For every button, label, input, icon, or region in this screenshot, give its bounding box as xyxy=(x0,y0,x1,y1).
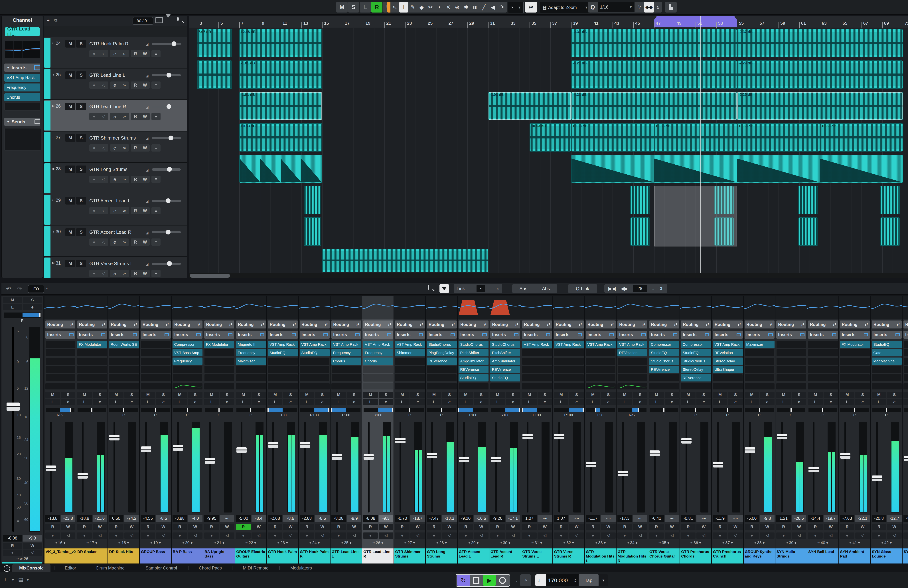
peak-value[interactable]: -74.2 xyxy=(124,515,139,522)
peak-value[interactable]: -9.3 xyxy=(23,535,42,541)
fader-handle[interactable] xyxy=(332,454,342,460)
audio-event[interactable]: 10.53 dB xyxy=(654,123,737,151)
insert-slot-empty[interactable] xyxy=(776,366,806,373)
listen-button[interactable]: L xyxy=(363,399,378,405)
automation-read-button[interactable]: R xyxy=(903,524,908,530)
eq-curve-preview[interactable] xyxy=(649,383,679,389)
insert-slot[interactable]: Chorus xyxy=(363,358,393,365)
insert-slot-empty[interactable] xyxy=(586,358,616,365)
track-solo-button[interactable]: S xyxy=(76,165,86,173)
edit-channel-button[interactable]: e xyxy=(601,399,616,405)
height-spinner-icon[interactable]: ⇕ xyxy=(659,286,663,291)
automation-write-button[interactable]: W xyxy=(140,176,150,183)
mixer-channel-gtr-hook-palm-r[interactable]: Routing⇄InsertsVST Amp RackStudioEQMSLeR… xyxy=(299,296,330,564)
fader-value[interactable]: -5.00 xyxy=(745,515,759,522)
peak-value[interactable]: -13.3 xyxy=(442,515,457,522)
insert-slot[interactable]: PitchShifter xyxy=(490,349,520,357)
shuttle-button[interactable]: ◔ xyxy=(520,574,531,586)
fader-handle[interactable] xyxy=(491,456,501,462)
h-scroll-thumb[interactable] xyxy=(190,274,230,278)
insert-slot[interactable]: FX Modulator xyxy=(77,341,107,348)
eq-curve-preview[interactable] xyxy=(204,383,234,389)
insert-slot[interactable]: Frequency xyxy=(332,349,361,357)
listen-button[interactable]: L xyxy=(427,399,441,405)
eq-curve-preview[interactable] xyxy=(522,383,552,389)
record-enable-icon[interactable]: ● xyxy=(490,532,505,539)
routing-rack-header[interactable]: Routing⇄ xyxy=(840,320,870,328)
tab-chord-pads[interactable]: Chord Pads xyxy=(190,564,230,572)
record-enable-icon[interactable]: ● xyxy=(89,82,99,89)
routing-rack-header[interactable]: Routing⇄ xyxy=(522,320,552,328)
pan-control[interactable] xyxy=(777,408,805,412)
tab-channel[interactable]: Channel xyxy=(2,18,43,23)
insert-slot[interactable]: REVerence xyxy=(649,366,679,373)
audiowarp-quantize-button[interactable]: ◆◆ xyxy=(644,2,654,13)
track-volume[interactable]: ◢ xyxy=(146,135,185,141)
fader-value[interactable]: 1.07 xyxy=(522,515,537,522)
insert-slot[interactable]: StudioEQ xyxy=(299,349,330,357)
inserts-rack-header[interactable]: Inserts xyxy=(141,331,171,339)
automation-write-button[interactable]: W xyxy=(61,524,76,530)
peak-value[interactable]: -22.1 xyxy=(855,515,870,522)
record-enable-icon[interactable]: ● xyxy=(713,532,727,539)
track-mute-button[interactable]: M xyxy=(65,71,75,79)
insert-slot[interactable]: FX Modulator xyxy=(204,341,234,348)
insert-slot-empty[interactable] xyxy=(522,358,552,365)
listen-button[interactable]: L xyxy=(840,399,855,405)
chevron-down-icon[interactable]: ▾ xyxy=(12,578,14,582)
solo-button[interactable]: S xyxy=(156,392,171,398)
fader-value[interactable]: -7.47 xyxy=(427,515,441,522)
mute-button[interactable]: M xyxy=(554,392,568,398)
insert-slot-empty[interactable] xyxy=(109,358,139,365)
insert-slot-empty[interactable] xyxy=(395,374,425,381)
mixer-channel-syn-bell-lead[interactable]: Routing⇄InsertsMSLeC-14.4-19.7RW●◁≈ 40 ▾… xyxy=(807,296,839,564)
solo-button[interactable]: S xyxy=(665,392,679,398)
automation-read-button[interactable]: R xyxy=(554,524,568,530)
audio-event[interactable]: -1.01 dB xyxy=(239,60,322,89)
fader-value[interactable]: -0.70 xyxy=(395,515,409,522)
insert-slot-empty[interactable] xyxy=(45,341,76,348)
automation-write-button[interactable]: W xyxy=(140,207,150,214)
insert-slot-empty[interactable] xyxy=(332,366,361,373)
listen-button[interactable]: L xyxy=(45,399,60,405)
audio-event[interactable]: -0.37 dB xyxy=(737,29,903,57)
edit-channel-button[interactable]: e xyxy=(378,399,393,405)
inserts-rack-header[interactable]: Inserts xyxy=(522,331,552,339)
insert-slot[interactable]: VST Amp Rack xyxy=(299,341,330,348)
insert-slot-empty[interactable] xyxy=(236,366,266,373)
automation-read-button[interactable]: R xyxy=(617,524,632,530)
solo-button[interactable]: S xyxy=(442,392,457,398)
stop-button[interactable] xyxy=(470,575,483,586)
fader-handle[interactable] xyxy=(364,454,374,460)
audio-event[interactable]: 10.53 dB xyxy=(820,123,903,151)
solo-button[interactable]: S xyxy=(696,392,711,398)
monitor-icon[interactable]: ◁ xyxy=(378,532,393,539)
automation-read-button[interactable]: R xyxy=(808,524,823,530)
mixer-channel-vk-3-tambo-v2[interactable]: Routing⇄InsertsMSLeR69-13.8-23.8RW●◁≈ 16… xyxy=(45,296,76,564)
mute-button[interactable]: M xyxy=(363,392,378,398)
fader-value[interactable]: -17.3 xyxy=(617,515,632,522)
insert-slot[interactable]: REVerence xyxy=(459,366,488,373)
insert-slot-empty[interactable] xyxy=(172,374,203,381)
routing-rack-header[interactable]: Routing⇄ xyxy=(45,320,76,328)
inserts-rack-header[interactable]: Inserts xyxy=(427,331,457,339)
pan-control[interactable] xyxy=(300,408,329,412)
insert-slot-empty[interactable] xyxy=(554,358,584,365)
insert-slot-empty[interactable] xyxy=(204,349,234,357)
inserts-rack-header[interactable]: Inserts xyxy=(586,331,616,339)
edit-channel-button[interactable]: e xyxy=(156,399,171,405)
track-solo-button[interactable]: S xyxy=(76,103,86,110)
track-row-29[interactable]: ≈ 29MSGTR Accent Lead L◢●◁e∞RW≡ xyxy=(43,194,187,225)
insert-slot[interactable]: Chorus xyxy=(332,358,361,365)
solo-button[interactable]: S xyxy=(378,392,393,398)
inserts-rack-header[interactable]: Inserts xyxy=(617,331,647,339)
audio-event[interactable]: -0.37 dB xyxy=(571,29,737,57)
eq-curve-preview[interactable] xyxy=(172,383,203,389)
listen-button[interactable]: L xyxy=(299,399,314,405)
listen-button[interactable]: L xyxy=(617,399,632,405)
edit-channel-button[interactable]: e xyxy=(23,304,42,310)
routing-rack-header[interactable]: Routing⇄ xyxy=(490,320,520,328)
peak-value[interactable]: -8.5 xyxy=(156,515,171,522)
link-group[interactable]: Link ▼ e xyxy=(454,284,502,293)
link-edit-icon[interactable]: e xyxy=(497,286,499,291)
